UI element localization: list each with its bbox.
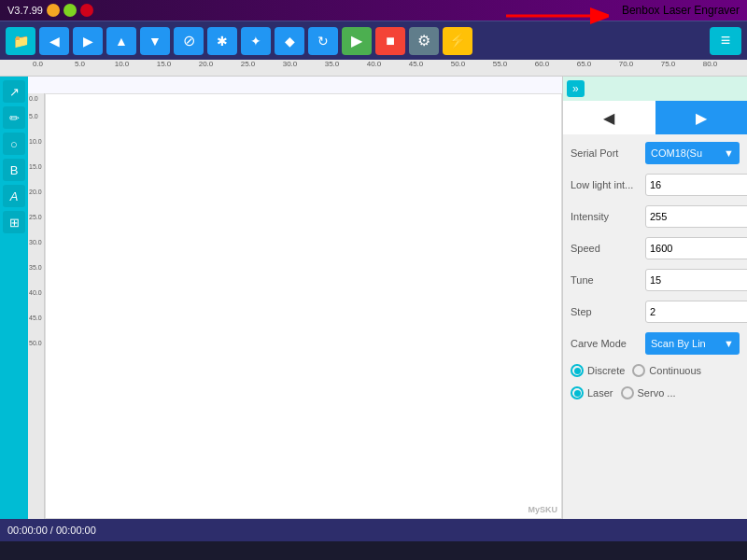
carve-mode-row: Carve Mode Scan By Lin ▼ (571, 332, 740, 355)
nav-right-button[interactable]: ▶ (73, 27, 103, 55)
ruler-mark-80: 80.0 (689, 60, 731, 76)
intensity-row: Intensity (571, 205, 740, 228)
panel-forward-button[interactable]: ▶ (655, 101, 748, 134)
serial-port-select[interactable]: COM18(Su ▼ (645, 142, 740, 164)
ruler-mark-30: 30.0 (269, 60, 311, 76)
toolbar-wrapper: 📁 ◀ ▶ ▲ ▼ ⊘ ✱ ✦ ◆ ↻ ▶ ■ ⚙ ⚡ ≡ (0, 21, 747, 60)
maximize-btn[interactable] (63, 4, 77, 17)
select-tool-button[interactable]: ↗ (3, 80, 25, 103)
title-bar: V3.7.99 Benbox Laser Engraver (0, 0, 747, 21)
play-button[interactable]: ▶ (342, 27, 372, 55)
pencil-tool-button[interactable]: ✏ (3, 106, 25, 129)
servo-option[interactable]: Servo ... (621, 386, 676, 399)
intensity-label: Intensity (571, 211, 645, 222)
carve-mode-dropdown-icon: ▼ (724, 338, 734, 349)
ruler-mark-55: 55.0 (479, 60, 521, 76)
ruler-mark-50: 50.0 (437, 60, 479, 76)
watermark: MySKU (528, 505, 557, 514)
ruler-mark-65: 65.0 (563, 60, 605, 76)
carve-mode-label: Carve Mode (571, 338, 645, 349)
ruler-mark-45: 45.0 (395, 60, 437, 76)
ruler-mark-10: 10.0 (101, 60, 143, 76)
speed-input[interactable] (645, 237, 747, 259)
lightning-button[interactable]: ⚡ (443, 27, 472, 55)
app-version: V3.7.99 (7, 5, 43, 16)
low-light-label: Low light int... (571, 179, 645, 190)
laser-radio[interactable] (571, 386, 584, 399)
time-coordinates: 00:00:00 / 00:00:00 (7, 525, 96, 536)
draw-canvas[interactable]: MySKU (45, 93, 562, 519)
panel-nav: ◀ ▶ (563, 101, 747, 134)
ruler-mark-20: 20.0 (185, 60, 227, 76)
app-title: Benbox Laser Engraver (622, 4, 740, 17)
bold-text-button[interactable]: B (3, 159, 25, 181)
circle-tool-button[interactable]: ○ (3, 133, 25, 155)
discrete-option[interactable]: Discrete (571, 364, 625, 377)
continuous-label: Continuous (649, 365, 701, 376)
continuous-radio[interactable] (632, 364, 645, 377)
nav-left-button[interactable]: ◀ (39, 27, 69, 55)
discrete-radio[interactable] (571, 364, 584, 377)
panel-expand-btn[interactable]: » (567, 80, 585, 97)
image-tool-button[interactable]: ⊞ (3, 211, 25, 233)
canvas-area[interactable]: 0.0 5.0 10.0 15.0 20.0 25.0 30.0 35.0 40… (28, 77, 562, 519)
ruler-mark-35: 35.0 (311, 60, 353, 76)
carve-mode-value: Scan By Lin (651, 338, 706, 349)
ruler-mark-25: 25.0 (227, 60, 269, 76)
laser-label: Laser (587, 387, 613, 399)
ruler-left: 0.0 5.0 10.0 15.0 20.0 25.0 30.0 35.0 40… (28, 93, 45, 519)
minimize-btn[interactable] (47, 4, 60, 17)
stop-button[interactable]: ■ (375, 27, 405, 55)
tune-input[interactable] (645, 269, 747, 291)
main-content: ↗ ✏ ○ B A ⊞ 0.0 5.0 10.0 15.0 20.0 25.0 … (0, 77, 747, 519)
ruler-mark-40: 40.0 (353, 60, 395, 76)
low-light-input[interactable] (645, 174, 747, 196)
ruler-mark-70: 70.0 (605, 60, 647, 76)
close-btn[interactable] (80, 4, 93, 17)
status-bar: 00:00:00 / 00:00:00 (0, 519, 747, 541)
refresh-button[interactable]: ↻ (308, 27, 338, 55)
menu-button[interactable]: ≡ (710, 27, 741, 55)
step-label: Step (571, 306, 645, 317)
speed-label: Speed (571, 243, 645, 254)
servo-radio[interactable] (621, 386, 634, 399)
nav-down-button[interactable]: ▼ (140, 27, 170, 55)
asterisk-button[interactable]: ✱ (207, 27, 237, 55)
speed-row: Speed (571, 237, 740, 259)
laser-servo-row: Laser Servo ... (571, 386, 740, 399)
rotate-button[interactable]: ⊘ (174, 27, 204, 55)
step-input[interactable] (645, 301, 747, 323)
panel-content: Serial Port COM18(Su ▼ Low light int... … (563, 134, 747, 519)
ruler-mark-0: 0.0 (17, 60, 59, 76)
ruler-mark-15: 15.0 (143, 60, 185, 76)
text-tool-button[interactable]: A (3, 185, 25, 207)
low-light-row: Low light int... (571, 174, 740, 196)
serial-port-label: Serial Port (571, 147, 645, 159)
panel-back-button[interactable]: ◀ (563, 101, 655, 134)
servo-label: Servo ... (638, 387, 676, 399)
serial-port-dropdown-icon: ▼ (724, 147, 734, 159)
nav-up-button[interactable]: ▲ (106, 27, 136, 55)
serial-port-value: COM18(Su (651, 147, 702, 159)
carve-mode-select[interactable]: Scan By Lin ▼ (645, 332, 740, 355)
toolbar: 📁 ◀ ▶ ▲ ▼ ⊘ ✱ ✦ ◆ ↻ ▶ ■ ⚙ ⚡ ≡ (0, 21, 747, 60)
ruler-top: 0.0 5.0 10.0 15.0 20.0 25.0 30.0 35.0 40… (0, 60, 747, 77)
discrete-continuous-row: Discrete Continuous (571, 364, 740, 377)
right-panel: » ◀ ▶ Serial Port COM18(Su ▼ Low (562, 77, 747, 519)
diamond-button[interactable]: ◆ (275, 27, 304, 55)
left-toolbar: ↗ ✏ ○ B A ⊞ (0, 77, 28, 519)
serial-port-row: Serial Port COM18(Su ▼ (571, 142, 740, 164)
continuous-option[interactable]: Continuous (632, 364, 701, 377)
discrete-label: Discrete (587, 365, 625, 376)
laser-option[interactable]: Laser (571, 386, 613, 399)
settings-button[interactable]: ⚙ (409, 27, 439, 55)
step-row: Step (571, 301, 740, 323)
tune-row: Tune (571, 269, 740, 291)
open-file-button[interactable]: 📁 (6, 27, 35, 55)
ruler-mark-60: 60.0 (521, 60, 563, 76)
ruler-mark-75: 75.0 (647, 60, 689, 76)
tune-label: Tune (571, 274, 645, 286)
intensity-input[interactable] (645, 205, 747, 228)
star-button[interactable]: ✦ (241, 27, 271, 55)
ruler-mark-5: 5.0 (59, 60, 101, 76)
